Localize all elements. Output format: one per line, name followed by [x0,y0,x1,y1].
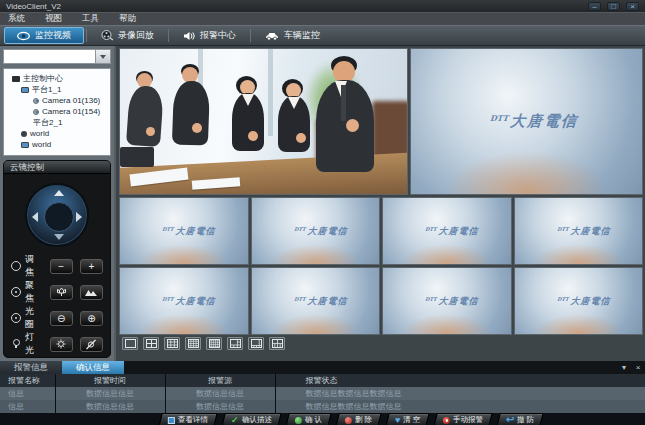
video-tile-idle[interactable]: DTT大唐電信 [251,197,381,265]
zoom-ring-icon [11,261,21,271]
ptz-row-label: 光圈 [25,305,43,331]
datang-watermark: DTT 大唐電信 [410,49,643,194]
close-button[interactable]: × [626,2,639,11]
tab-label: 车辆监控 [284,29,320,42]
bulb-off-icon [85,339,97,350]
video-tile-live[interactable] [119,48,408,195]
layout-1p7-button[interactable] [248,337,264,350]
tab-alarm-info[interactable]: 报警信息 [0,361,62,374]
tree-item-platform2[interactable]: 平台2_1 [6,117,108,128]
video-tile-idle[interactable]: DTT大唐電信 [514,197,644,265]
crescent-icon [546,226,556,236]
flower-icon [56,287,67,297]
layout-bar [116,335,645,351]
menu-system[interactable]: 系统 [8,13,25,25]
layout-1-button[interactable] [122,337,138,350]
disarm-button[interactable]: ↩ 撤 防 [496,413,544,425]
panel-collapse-button[interactable]: ▾ [617,361,631,374]
tree-item-world-2[interactable]: world [6,139,108,150]
tree-item-camera-154[interactable]: Camera 01(154) [6,106,108,117]
focus-far-button[interactable] [80,285,103,300]
layout-16-button[interactable] [185,337,201,350]
tab-vehicle-monitor[interactable]: 车辆监控 [253,27,332,44]
alarm-table: 报警名称 报警时间 报警源 报警状态 信息 数据信息信息 数据信息信息 数据信息… [0,374,645,413]
left-sidebar: 主控制中心 平台1_1 Camera 01(136) Camera 01(154… [0,46,114,361]
pan-right-arrow-icon[interactable] [76,212,82,222]
light-off-button[interactable] [80,337,103,352]
cell: 信息 [0,387,55,400]
confirm-description-button[interactable]: ✓ 确认描述 [221,413,281,425]
dropdown-button[interactable] [96,49,111,64]
manual-alarm-button[interactable]: 手动报警 [433,413,492,425]
grid-4-icon [146,339,157,348]
video-tile-idle[interactable]: DTT大唐電信 [119,197,249,265]
panel-close-button[interactable]: × [631,361,645,374]
tree-item-control-center[interactable]: 主控制中心 [6,73,108,84]
video-tile-idle[interactable]: DTT大唐電信 [382,197,512,265]
device-group-dropdown[interactable] [3,49,111,64]
dropdown-value[interactable] [3,49,96,64]
alarm-row[interactable]: 信息 数据信息信息 数据信息信息 数据信息数据信息数据信息 [0,387,645,400]
maximize-button[interactable]: □ [607,2,620,11]
pan-down-arrow-icon[interactable] [54,234,64,240]
minimize-button[interactable]: – [588,2,601,11]
grid-2plus8-icon [272,339,283,348]
video-tile-idle[interactable]: DTT大唐電信 [514,267,644,335]
tab-confirm-info[interactable]: 确认信息 [62,361,124,374]
tree-item-platform1[interactable]: 平台1_1 [6,84,108,95]
alarm-row[interactable]: 信息 数据信息信息 数据信息信息 数据信息数据信息数据信息 [0,400,645,413]
tree-item-label: 主控制中心 [23,73,63,84]
delete-button[interactable]: 删 除 [335,413,382,425]
grid-16-icon [188,339,199,348]
layout-25-button[interactable] [206,337,222,350]
video-tile-idle[interactable]: DTT大唐電信 [382,267,512,335]
speaker-icon [183,31,195,41]
tab-live-video[interactable]: 监控视频 [4,27,84,44]
cell: 数据信息信息 [55,387,165,400]
cell: 数据信息信息 [55,400,165,413]
layout-1p5-button[interactable] [227,337,243,350]
cell: 信息 [0,400,55,413]
monitor-blue-icon [21,87,29,93]
tab-playback[interactable]: 录像回放 [89,27,166,44]
focus-ring-icon [11,287,21,297]
ptz-dpad[interactable] [25,183,89,247]
tab-alarm-center[interactable]: 报警中心 [171,27,248,44]
manual-alarm-icon [443,417,450,424]
view-detail-button[interactable]: 查看详情 [158,413,217,425]
col-alarm-status: 报警状态 [275,374,645,387]
video-tile-idle[interactable]: DTT大唐電信 [251,267,381,335]
video-tile-idle[interactable]: DTT大唐電信 [119,267,249,335]
menu-tools[interactable]: 工具 [82,13,99,25]
ptz-focus-row: 聚焦 [4,279,110,305]
pan-left-arrow-icon[interactable] [32,212,38,222]
light-on-button[interactable] [50,337,73,352]
cell: 数据信息数据信息数据信息 [275,387,645,400]
clear-button[interactable]: ♥ 清 空 [385,413,430,425]
tree-item-world-1[interactable]: world [6,128,108,139]
pan-up-arrow-icon[interactable] [54,190,64,196]
zoom-out-button[interactable]: − [50,259,73,274]
layout-2p8-button[interactable] [269,337,285,350]
cell: 数据信息信息 [165,400,275,413]
confirm-button[interactable]: 确 认 [285,413,332,425]
iris-open-button[interactable]: ⊕ [80,311,103,326]
tree-item-camera-136[interactable]: Camera 01(136) [6,95,108,106]
iris-close-button[interactable]: ⊖ [50,311,73,326]
tab-label: 报警中心 [200,29,236,42]
layout-4-button[interactable] [143,337,159,350]
live-video-frame [120,49,407,194]
videoclient-window: VideoClient_V2 – □ × 系统 视图 工具 帮助 监控视频 录像… [0,0,645,425]
menu-view[interactable]: 视图 [45,13,62,25]
focus-near-button[interactable] [50,285,73,300]
video-tile-idle[interactable]: DTT 大唐電信 [410,48,643,195]
menu-bar: 系统 视图 工具 帮助 [0,12,645,25]
zoom-in-button[interactable]: + [80,259,103,274]
device-tree: 主控制中心 平台1_1 Camera 01(136) Camera 01(154… [3,68,111,156]
tree-item-label: 平台2_1 [33,117,62,128]
grid-1-icon [125,339,136,348]
crescent-icon [152,296,162,306]
menu-help[interactable]: 帮助 [119,13,136,25]
layout-9-button[interactable] [164,337,180,350]
green-dot-icon [295,417,302,424]
